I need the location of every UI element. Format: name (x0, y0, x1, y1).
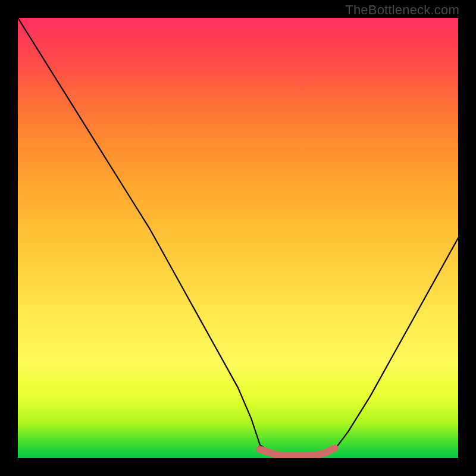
highlight-start-dot (256, 446, 264, 453)
bottleneck-curve (18, 18, 458, 458)
chart-container: TheBottleneck.com (0, 0, 476, 476)
plot-svg (18, 18, 458, 458)
plot-area (18, 18, 458, 458)
watermark-text: TheBottleneck.com (345, 2, 459, 18)
highlight-band (260, 448, 335, 456)
